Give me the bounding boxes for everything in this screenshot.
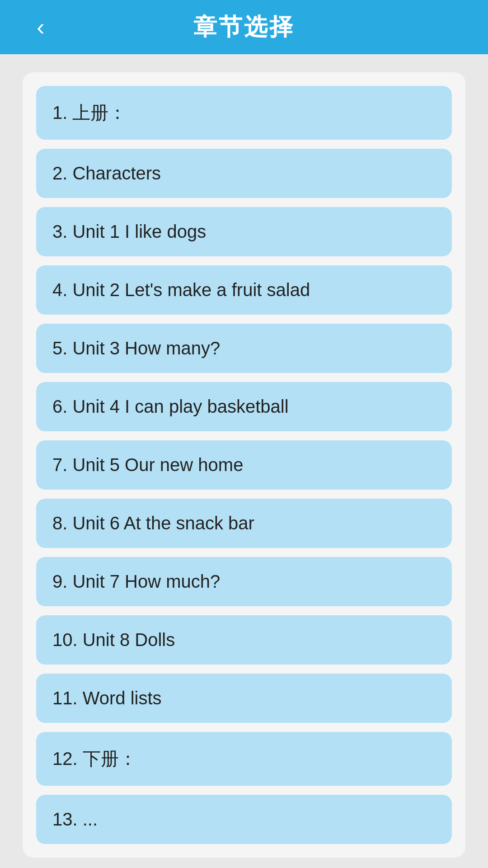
list-item[interactable]: 6. Unit 4 I can play basketball <box>36 382 452 431</box>
list-item[interactable]: 10. Unit 8 Dolls <box>36 615 452 665</box>
list-item[interactable]: 1. 上册： <box>36 86 452 140</box>
list-item[interactable]: 9. Unit 7 How much? <box>36 557 452 606</box>
list-item[interactable]: 11. Word lists <box>36 674 452 723</box>
list-item[interactable]: 8. Unit 6 At the snack bar <box>36 499 452 548</box>
list-item[interactable]: 5. Unit 3 How many? <box>36 324 452 373</box>
back-button[interactable]: ‹ <box>27 14 54 41</box>
header: ‹ 章节选择 <box>0 0 488 54</box>
list-item[interactable]: 12. 下册： <box>36 732 452 786</box>
list-item[interactable]: 7. Unit 5 Our new home <box>36 440 452 490</box>
content: 1. 上册：2. Characters3. Unit 1 I like dogs… <box>0 54 488 868</box>
list-item[interactable]: 3. Unit 1 I like dogs <box>36 207 452 256</box>
chapter-list-card: 1. 上册：2. Characters3. Unit 1 I like dogs… <box>23 72 465 858</box>
list-item[interactable]: 2. Characters <box>36 149 452 198</box>
header-title: 章节选择 <box>193 11 295 43</box>
list-item[interactable]: 13. ... <box>36 795 452 844</box>
list-item[interactable]: 4. Unit 2 Let's make a fruit salad <box>36 265 452 315</box>
